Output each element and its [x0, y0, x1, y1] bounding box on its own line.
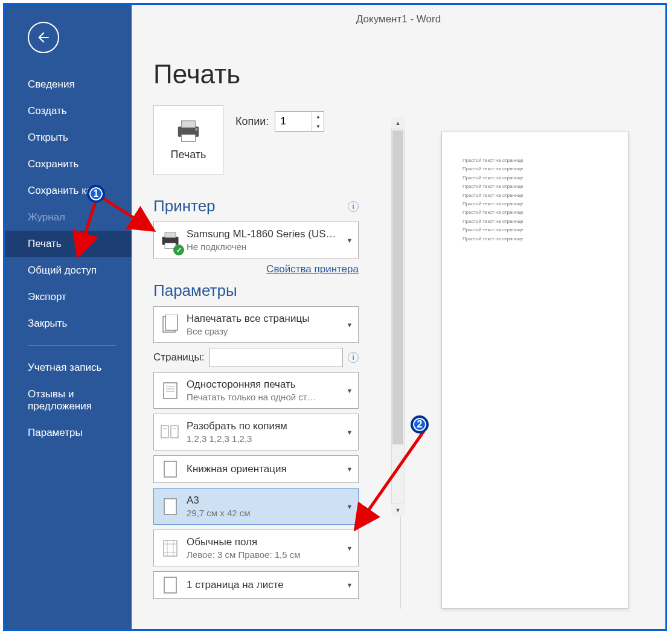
setting-dropdown-5[interactable]: Обычные поляЛевое: 3 см Правое: 1,5 см▼	[153, 530, 359, 566]
scroll-down-icon[interactable]: ▼	[391, 504, 405, 516]
setting-title: Напечатать все страницы	[187, 313, 338, 325]
preview-line: Простой текст на странице	[462, 191, 607, 200]
printer-heading: Принтер	[153, 197, 216, 216]
copies-input[interactable]	[275, 112, 312, 131]
preview-line: Простой текст на странице	[462, 182, 607, 191]
scrollbar-thumb[interactable]	[392, 130, 403, 444]
copies-label: Копии:	[235, 115, 269, 128]
sidebar-item-7[interactable]: Общий доступ	[5, 257, 132, 284]
preview-line: Простой текст на странице	[462, 226, 607, 234]
printer-icon	[174, 120, 202, 144]
svg-rect-9	[164, 383, 177, 399]
setting-subtitle: Печатать только на одной ст…	[187, 392, 338, 402]
document-title: Документ1 - Word	[356, 13, 441, 25]
sidebar-item-0[interactable]: Сведения	[5, 71, 132, 98]
back-button[interactable]	[28, 22, 59, 53]
settings-scrollbar[interactable]: ▲ ▼	[391, 117, 405, 516]
setting-dropdown-0[interactable]: Напечатать все страницыВсе сразу▼	[153, 306, 359, 343]
setting-subtitle: Все сразу	[187, 326, 338, 336]
print-button[interactable]: Печать	[153, 105, 223, 175]
page-preview: Простой текст на страницеПростой текст н…	[441, 132, 629, 609]
scroll-up-icon[interactable]: ▲	[391, 117, 405, 129]
info-icon[interactable]: i	[348, 352, 359, 363]
setting-icon	[154, 488, 187, 524]
sidebar-item-5: Журнал	[5, 204, 132, 231]
titlebar: Документ1 - Word	[132, 5, 665, 34]
sidebar-item-6[interactable]: Печать	[5, 231, 132, 257]
chevron-down-icon: ▼	[341, 307, 358, 342]
svg-rect-2	[181, 134, 195, 141]
sidebar-item-1[interactable]: Создать	[5, 98, 132, 124]
setting-icon	[154, 414, 187, 450]
spinner-down-icon[interactable]: ▼	[312, 121, 324, 131]
svg-rect-19	[164, 540, 177, 556]
sidebar-footer-item-0[interactable]: Учетная запись	[5, 354, 132, 381]
setting-dropdown-4[interactable]: A329,7 см x 42 см▼	[153, 488, 359, 525]
printer-name: Samsung ML-1860 Series (US…	[187, 228, 338, 240]
svg-rect-8	[165, 315, 178, 330]
setting-subtitle: 1,2,3 1,2,3 1,2,3	[187, 434, 338, 444]
info-icon[interactable]: i	[348, 201, 359, 212]
setting-dropdown-1[interactable]: Односторонняя печатьПечатать только на о…	[153, 372, 359, 409]
back-arrow-icon	[36, 30, 51, 45]
spinner-up-icon[interactable]: ▲	[312, 112, 324, 121]
chevron-down-icon: ▼	[341, 456, 358, 482]
copies-spinner[interactable]: ▲ ▼	[275, 111, 324, 132]
setting-dropdown-6[interactable]: 1 страница на листе▼	[153, 571, 359, 599]
sidebar-item-9[interactable]: Закрыть	[5, 310, 132, 337]
svg-rect-14	[171, 426, 178, 438]
printer-status: Не подключен	[187, 242, 338, 252]
printer-properties-link[interactable]: Свойства принтера	[153, 263, 359, 275]
setting-subtitle: Левое: 3 см Правое: 1,5 см	[187, 549, 338, 560]
chevron-down-icon: ▼	[341, 222, 358, 258]
svg-rect-17	[164, 461, 176, 477]
preview-pane: Простой текст на страницеПростой текст н…	[405, 59, 665, 629]
printer-device-icon	[154, 222, 187, 258]
setting-icon	[154, 530, 187, 566]
sidebar-separator	[28, 345, 116, 346]
svg-rect-5	[165, 232, 176, 237]
svg-rect-24	[164, 577, 176, 593]
params-heading: Параметры	[153, 281, 389, 300]
setting-title: 1 страница на листе	[187, 579, 338, 591]
setting-title: Односторонняя печать	[187, 379, 338, 391]
sidebar-footer-item-2[interactable]: Параметры	[5, 420, 132, 446]
preview-line: Простой текст на странице	[462, 217, 607, 226]
sidebar-item-2[interactable]: Открыть	[5, 124, 132, 151]
preview-line: Простой текст на странице	[462, 156, 607, 165]
chevron-down-icon: ▼	[341, 572, 358, 598]
preview-line: Простой текст на странице	[462, 165, 607, 173]
chevron-down-icon: ▼	[341, 373, 358, 408]
setting-icon	[154, 572, 187, 598]
setting-dropdown-3[interactable]: Книжная ориентация▼	[153, 455, 359, 483]
setting-title: Разобрать по копиям	[187, 420, 338, 432]
printer-dropdown[interactable]: Samsung ML-1860 Series (US… Не подключен…	[153, 222, 359, 258]
preview-line: Простой текст на странице	[462, 174, 607, 182]
setting-icon	[154, 307, 187, 342]
pages-input[interactable]	[210, 348, 343, 367]
svg-rect-18	[164, 499, 176, 514]
pages-label: Страницы:	[153, 351, 205, 363]
setting-icon	[154, 373, 187, 408]
chevron-down-icon: ▼	[341, 530, 358, 566]
sidebar-item-8[interactable]: Экспорт	[5, 284, 132, 310]
chevron-down-icon: ▼	[341, 414, 358, 450]
svg-rect-1	[181, 120, 195, 127]
setting-title: Обычные поля	[187, 536, 338, 548]
setting-title: Книжная ориентация	[187, 463, 338, 475]
sidebar-footer-item-1[interactable]: Отзывы и предложения	[5, 381, 132, 420]
sidebar-item-3[interactable]: Сохранить	[5, 151, 132, 178]
setting-icon	[154, 456, 187, 482]
setting-dropdown-2[interactable]: Разобрать по копиям1,2,3 1,2,3 1,2,3▼	[153, 414, 359, 450]
print-button-label: Печать	[171, 149, 206, 161]
check-badge-icon	[173, 245, 184, 255]
preview-line: Простой текст на странице	[462, 208, 607, 217]
backstage-sidebar: СведенияСоздатьОткрытьСохранитьСохранить…	[5, 5, 132, 629]
setting-title: A3	[187, 495, 338, 507]
page-title: Печать	[153, 59, 389, 89]
chevron-down-icon: ▼	[341, 488, 358, 524]
sidebar-item-4[interactable]: Сохранить как	[5, 178, 132, 204]
preview-line: Простой текст на странице	[462, 235, 607, 243]
svg-point-3	[195, 128, 197, 130]
setting-subtitle: 29,7 см x 42 см	[187, 508, 338, 518]
